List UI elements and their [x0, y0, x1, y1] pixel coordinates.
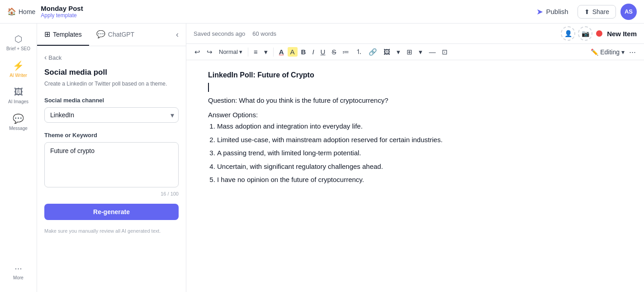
panel-content: ‹ Back Social media poll Create a Linked…	[37, 46, 186, 292]
link-button[interactable]: 🔗	[366, 46, 380, 58]
cursor-line	[208, 83, 622, 92]
list-item: Limited use-case, with mainstream adopti…	[217, 134, 622, 146]
person-icon: 👤	[564, 30, 572, 37]
editing-label: Editing	[600, 48, 620, 56]
channel-field-label: Social media channel	[44, 97, 179, 104]
more-options-button[interactable]: ⋯	[626, 46, 639, 58]
channel-select-wrapper: LinkedIn Twitter ▾	[44, 107, 179, 123]
bullet-list-button[interactable]: ≔	[340, 46, 352, 58]
publish-button[interactable]: ➤ Publish	[532, 4, 573, 19]
chatgpt-tab-label: ChatGPT	[108, 31, 134, 38]
format-style-dropdown[interactable]: Normal ▾	[216, 47, 245, 57]
topbar-left: 🏠 Home Monday Post Apply template	[7, 5, 83, 19]
text-color-button[interactable]: A	[276, 46, 287, 57]
home-link[interactable]: 🏠 Home	[7, 7, 35, 16]
templates-tab-icon: ⊞	[44, 30, 50, 38]
ai-writer-label: AI Writer	[9, 73, 27, 78]
main-layout: ⬡ Brief + SEO ⚡ AI Writer 🖼 AI Images 💬 …	[0, 24, 644, 292]
word-count: 60 words	[252, 30, 276, 37]
panel-collapse-button[interactable]: ‹	[172, 28, 182, 41]
editing-section: ✏️ Editing ▾ ⋯	[591, 46, 639, 58]
separator-2	[273, 48, 274, 57]
topbar-right: ➤ Publish ⬆ Share AS	[532, 4, 637, 20]
content-question: Question: What do you think is the futur…	[208, 95, 622, 106]
more-icon: ···	[14, 263, 22, 273]
publish-label: Publish	[546, 8, 568, 15]
disclaimer-text: Make sure you manually review all AI gen…	[44, 227, 179, 235]
image-dropdown[interactable]: ▾	[394, 46, 403, 58]
list-item: I have no opinion on the future of crypt…	[217, 174, 622, 186]
panel-tabs: ⊞ Templates 💬 ChatGPT ‹	[37, 24, 186, 46]
brief-seo-icon: ⬡	[14, 34, 22, 44]
brief-seo-label: Brief + SEO	[6, 46, 30, 51]
redo-button[interactable]: ↪	[204, 46, 215, 58]
collaborator-avatar-1: 👤	[561, 26, 575, 41]
message-icon: 💬	[13, 113, 24, 124]
home-icon: 🏠	[7, 7, 16, 16]
home-label: Home	[19, 8, 35, 15]
template-title: Social media poll	[44, 68, 179, 77]
icon-sidebar: ⬡ Brief + SEO ⚡ AI Writer 🖼 AI Images 💬 …	[0, 24, 37, 292]
message-label: Message	[9, 126, 28, 131]
tab-templates[interactable]: ⊞ Templates	[37, 24, 89, 46]
templates-tab-label: Templates	[53, 31, 82, 38]
ai-images-label: AI Images	[8, 99, 28, 104]
share-icon: ⬆	[584, 8, 590, 15]
table-button[interactable]: ⊞	[404, 46, 415, 58]
share-label: Share	[592, 8, 609, 15]
doc-title: Monday Post	[41, 5, 83, 12]
numbered-list-button[interactable]: ⒈	[353, 46, 365, 58]
format-style-label: Normal	[219, 48, 238, 55]
align-button[interactable]: ≡	[251, 46, 260, 57]
sidebar-item-brief-seo[interactable]: ⬡ Brief + SEO	[0, 29, 37, 56]
editor-area: Saved seconds ago 60 words 👤 📷 New Item …	[186, 24, 644, 292]
undo-button[interactable]: ↩	[192, 46, 203, 58]
apply-template-link[interactable]: Apply template	[41, 12, 83, 19]
regenerate-button[interactable]: Re-generate	[44, 204, 179, 220]
table-dropdown[interactable]: ▾	[416, 46, 425, 58]
ai-writer-icon: ⚡	[13, 60, 24, 71]
back-button[interactable]: ‹ Back	[44, 53, 62, 62]
new-item-dot	[596, 30, 602, 37]
underline-button[interactable]: U	[318, 46, 328, 57]
strikethrough-button[interactable]: S	[329, 46, 339, 57]
editor-topbar: Saved seconds ago 60 words 👤 📷 New Item	[186, 24, 644, 44]
list-item: A passing trend, with limited long-term …	[217, 147, 622, 159]
doc-info: Monday Post Apply template	[41, 5, 83, 19]
back-label: Back	[48, 54, 62, 61]
editor-content[interactable]: LinkedIn Poll: Future of Crypto Question…	[186, 60, 644, 292]
list-item: Uncertain, with significant regulatory c…	[217, 161, 622, 172]
edit-pencil-icon: ✏️	[591, 48, 598, 56]
new-item-area: 👤 📷 New Item	[561, 26, 637, 41]
bold-button[interactable]: B	[298, 46, 309, 57]
italic-button[interactable]: I	[309, 46, 317, 57]
template-desc: Create a Linkedin or Twitter poll based …	[44, 80, 179, 88]
sidebar-item-more[interactable]: ··· More	[0, 258, 37, 285]
hr-button[interactable]: —	[426, 46, 438, 57]
list-item: Mass adoption and integration into every…	[217, 120, 622, 132]
format-toolbar: ↩ ↪ Normal ▾ ≡ ▾ A A B I U S ≔ ⒈ 🔗 🖼 ▾ ⊞…	[186, 44, 644, 60]
align-dropdown-button[interactable]: ▾	[261, 46, 270, 58]
content-answer-heading: Answer Options:	[208, 109, 622, 121]
image-button[interactable]: 🖼	[381, 46, 393, 57]
highlight-button[interactable]: A	[288, 47, 298, 57]
sidebar-item-ai-images[interactable]: 🖼 AI Images	[0, 82, 37, 109]
theme-field-label: Theme or Keyword	[44, 132, 179, 139]
format-style-arrow-icon: ▾	[239, 48, 242, 55]
theme-textarea[interactable]: Future of crypto	[44, 142, 179, 187]
channel-select[interactable]: LinkedIn Twitter	[44, 107, 179, 123]
share-button[interactable]: ⬆ Share	[578, 5, 616, 19]
text-cursor	[208, 83, 209, 92]
answer-options-list: Mass adoption and integration into every…	[208, 120, 622, 186]
chatgpt-tab-icon: 💬	[96, 30, 105, 38]
panel: ⊞ Templates 💬 ChatGPT ‹ ‹ Back Social me…	[37, 24, 186, 292]
content-title: LinkedIn Poll: Future of Crypto	[208, 71, 622, 79]
person-icon-2: 📷	[582, 30, 589, 37]
separator-1	[248, 48, 248, 57]
tab-chatgpt[interactable]: 💬 ChatGPT	[89, 24, 142, 46]
back-arrow-icon: ‹	[44, 53, 47, 62]
user-avatar[interactable]: AS	[620, 4, 637, 20]
special-button[interactable]: ⊡	[439, 46, 450, 58]
sidebar-item-ai-writer[interactable]: ⚡ AI Writer	[0, 56, 37, 82]
sidebar-item-message[interactable]: 💬 Message	[0, 109, 37, 135]
